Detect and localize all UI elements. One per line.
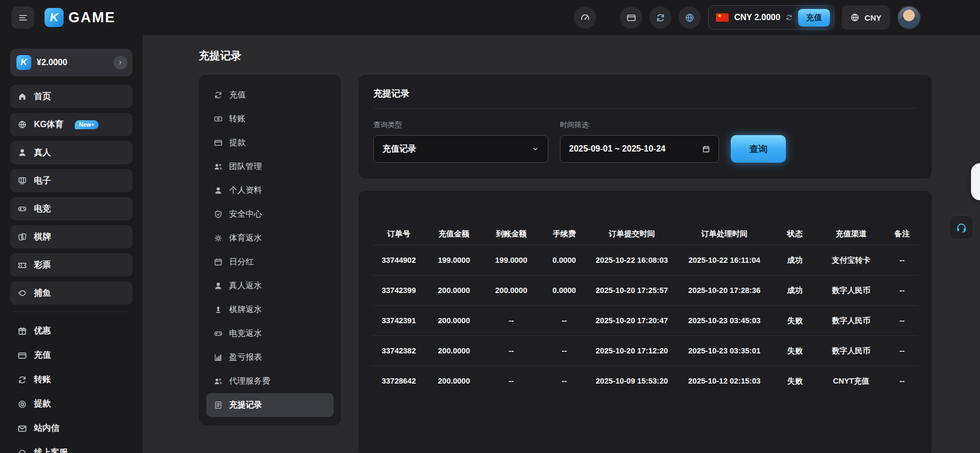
sidebar-item[interactable]: 站内信: [10, 416, 133, 440]
recharge-button[interactable]: 充值: [798, 9, 830, 26]
sidebar-item-label: 捕鱼: [34, 288, 51, 299]
slot-icon: [18, 176, 27, 185]
team-icon: [214, 162, 223, 171]
gauge-icon: [580, 13, 590, 23]
sidebar-item-label: 线上客服: [34, 447, 68, 453]
wallet-button[interactable]: [620, 6, 642, 29]
headset-icon: [18, 448, 27, 453]
currency-balance: CNY 2.0000: [734, 13, 780, 22]
sidebar-item[interactable]: 线上客服: [10, 441, 133, 453]
menu-icon: [18, 13, 28, 23]
submenu-item[interactable]: 体育返水: [206, 226, 334, 250]
sidebar: K ¥2.0000 首页KG体育New+真人电子电竞棋牌彩票捕鱼 优惠充值转账提…: [0, 35, 143, 453]
table-cell: --: [886, 256, 918, 264]
sidebar-item[interactable]: 充值: [10, 343, 133, 367]
sidebar-item[interactable]: 电竞: [10, 197, 133, 220]
query-type-select[interactable]: 充值记录: [373, 135, 548, 163]
sidebar-item-label: 站内信: [34, 423, 59, 434]
balance-card[interactable]: K ¥2.0000: [10, 49, 133, 76]
query-button[interactable]: 查询: [731, 135, 786, 163]
sync-button[interactable]: [649, 6, 671, 29]
table-cell: --: [886, 377, 918, 385]
sidebar-item[interactable]: 转账: [10, 368, 133, 392]
refresh-balance-icon[interactable]: [785, 14, 793, 21]
user-icon: [18, 148, 27, 157]
chevron-down-icon: [531, 145, 539, 153]
table-cell: 200.0000: [425, 316, 483, 325]
submenu-item-label: 个人资料: [229, 185, 262, 196]
table-row: 33742391200.0000----2025-10-20 17:20:472…: [372, 305, 918, 335]
submenu-item[interactable]: 团队管理: [206, 155, 334, 179]
user-avatar[interactable]: [897, 6, 921, 29]
globe-icon: [685, 13, 695, 23]
table-cell: --: [886, 347, 918, 355]
gear-icon: [214, 234, 223, 243]
table-cell: 数字人民币: [816, 286, 886, 296]
sidebar-item[interactable]: 彩票: [10, 253, 133, 277]
table-cell: 2025-10-20 17:28:36: [675, 286, 774, 295]
header-right-cluster: ★ CNY 2.0000 充值 CNY: [574, 5, 921, 30]
account-submenu: 充值转账提款团队管理个人资料安全中心体育返水日分红真人返水棋牌返水电竞返水盈亏报…: [199, 75, 341, 425]
table-cell: 2025-10-20 17:25:57: [589, 286, 675, 295]
sidebar-item[interactable]: 真人: [10, 141, 133, 164]
sidebar-item-label: 电竞: [34, 203, 51, 215]
table-header-cell: 状态: [774, 229, 816, 239]
sidebar-item[interactable]: 棋牌: [10, 225, 133, 248]
sidebar-item[interactable]: 电子: [10, 169, 133, 192]
table-header-cell: 备注: [886, 229, 918, 239]
balance-expand-button[interactable]: [113, 56, 127, 69]
submenu-item[interactable]: 充值: [206, 83, 334, 107]
submenu-item[interactable]: 提款: [206, 131, 334, 155]
side-drawer-handle[interactable]: [971, 163, 980, 200]
submenu-item[interactable]: 个人资料: [206, 179, 334, 202]
table-header-cell: 充值渠道: [816, 229, 886, 239]
table-cell: --: [540, 377, 589, 385]
sidebar-item[interactable]: 优惠: [10, 319, 133, 343]
table-cell: 2025-10-09 15:53:20: [589, 377, 675, 385]
submenu-item[interactable]: 充提记录: [206, 393, 334, 417]
chess-icon: [214, 305, 223, 314]
query-type-field: 查询类型 充值记录: [373, 120, 548, 163]
records-table-card: 订单号充值金额到账金额手续费订单提交时间订单处理时间状态充值渠道备注 33744…: [358, 191, 932, 453]
gamepad-icon: [18, 204, 27, 214]
submenu-item[interactable]: 盈亏报表: [206, 345, 334, 369]
ball-icon: [18, 120, 27, 129]
submenu-item[interactable]: 日分红: [206, 250, 334, 274]
submenu-item[interactable]: 转账: [206, 107, 334, 131]
language-currency-button[interactable]: CNY: [842, 5, 890, 30]
sidebar-item-label: 真人: [34, 147, 51, 158]
submenu-item[interactable]: 电竞返水: [206, 322, 334, 345]
sidebar-item[interactable]: 首页: [10, 85, 133, 108]
table-cell: 2025-10-20 17:12:20: [589, 347, 675, 355]
wallet-k-icon: K: [16, 55, 31, 70]
page-title: 充提记录: [199, 49, 932, 63]
globe-button[interactable]: [678, 6, 701, 29]
sidebar-menu-secondary: 优惠充值转账提款站内信线上客服: [10, 319, 133, 453]
logo[interactable]: K GAME: [45, 8, 116, 27]
support-button[interactable]: [949, 215, 974, 239]
submenu-item-label: 团队管理: [229, 161, 262, 172]
query-type-value: 充值记录: [382, 144, 416, 155]
sidebar-item[interactable]: KG体育New+: [10, 113, 133, 136]
submenu-item-label: 充提记录: [229, 399, 262, 411]
submenu-item[interactable]: 棋牌返水: [206, 298, 334, 322]
submenu-item-label: 电竞返水: [229, 328, 262, 339]
sidebar-item-label: 优惠: [34, 325, 51, 336]
sidebar-item[interactable]: 提款: [10, 392, 133, 416]
home-icon: [18, 92, 27, 101]
table-cell: CNYT充值: [816, 376, 886, 386]
currency-selector[interactable]: ★ CNY 2.0000 充值: [708, 5, 834, 30]
china-flag-icon: ★: [716, 13, 729, 22]
hamburger-menu-button[interactable]: [12, 6, 34, 29]
gauge-button[interactable]: [574, 6, 596, 29]
table-cell: 33742391: [372, 316, 425, 325]
submenu-item[interactable]: 安全中心: [206, 202, 334, 226]
sidebar-divider: [13, 312, 129, 312]
submenu-item-label: 安全中心: [229, 209, 262, 220]
table-cell: --: [540, 316, 589, 325]
table-cell: 失败: [774, 376, 816, 386]
submenu-item[interactable]: 真人返水: [206, 274, 334, 298]
submenu-item[interactable]: 代理服务费: [206, 369, 334, 393]
date-range-input[interactable]: 2025-09-01 ~ 2025-10-24: [560, 135, 719, 163]
sidebar-item[interactable]: 捕鱼: [10, 281, 133, 305]
